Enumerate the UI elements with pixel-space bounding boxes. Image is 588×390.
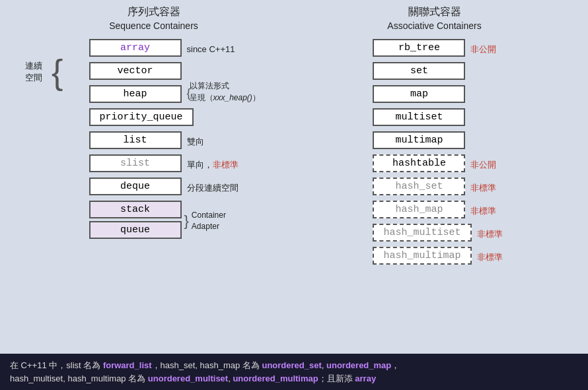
associative-area: rb_tree 非公開 set map multiset multimap [294, 36, 581, 350]
hash-map-row: hash_map 非標準 [373, 201, 502, 221]
continuous-space-label: 連續 空間 [25, 60, 42, 84]
heap-row: heap 以算法形式 呈現（xxx_heap()） { [89, 85, 182, 106]
hashtable-box: hashtable [373, 154, 465, 172]
bottom-note: 在 C++11 中，slist 名為 forward_list，hash_set… [0, 354, 588, 390]
associative-title-en: Associative Containers [294, 20, 575, 31]
list-box: list [89, 131, 182, 149]
array-box: array [89, 39, 182, 57]
map-box: map [373, 85, 465, 103]
hash-multiset-row: hash_multiset 非標準 [373, 224, 502, 244]
list-label: 雙向 [187, 136, 204, 148]
rb-tree-label: 非公開 [470, 44, 496, 55]
queue-box: queue [89, 221, 182, 239]
sequence-title-zh: 序列式容器 [13, 5, 294, 19]
hash-set-label: 非標準 [470, 182, 496, 194]
hash-set-box: hash_set [373, 178, 465, 195]
sequence-area: 連續 空間 { array since C++11 vector heap [7, 36, 294, 350]
adapter-brace: } [184, 214, 189, 228]
priority-queue-box: priority_queue [89, 108, 194, 126]
sequence-title-en: Sequence Containers [13, 20, 294, 31]
hash-multiset-label: 非標準 [477, 228, 503, 240]
slist-label: 單向，非標準 [187, 159, 239, 171]
multiset-row: multiset [373, 108, 502, 129]
rb-tree-box: rb_tree [373, 39, 465, 57]
bottom-note-line1: 在 C++11 中，slist 名為 forward_list，hash_set… [10, 359, 578, 372]
set-row: set [373, 62, 502, 82]
heap-brace: { [187, 86, 191, 100]
hash-set-row: hash_set 非標準 [373, 178, 502, 198]
hash-multimap-row: hash_multimap 非標準 [373, 247, 502, 267]
hash-multimap-label: 非標準 [477, 251, 503, 263]
adapter-boxes: stack queue [89, 201, 182, 242]
deque-row: deque 分段連續空間 [89, 178, 239, 198]
multiset-box: multiset [373, 108, 465, 126]
deque-box: deque [89, 178, 182, 195]
deque-label: 分段連續空間 [187, 182, 239, 194]
hashtable-label: 非公開 [470, 159, 496, 171]
slist-row: slist 單向，非標準 [89, 154, 239, 175]
list-row: list 雙向 [89, 131, 239, 152]
columns-area: 連續 空間 { array since C++11 vector heap [0, 36, 588, 354]
stack-box: stack [89, 201, 182, 218]
hash-map-label: 非標準 [470, 205, 496, 217]
heap-box: heap [89, 85, 182, 103]
stack-row: stack queue } ContainerAdapter [89, 201, 226, 242]
slist-box: slist [89, 154, 182, 172]
rb-tree-row: rb_tree 非公開 [373, 39, 502, 59]
bottom-note-line2: hash_multiset, hash_multimap 名為 unordere… [10, 372, 578, 385]
map-row: map [373, 85, 502, 106]
vector-box: vector [89, 62, 182, 80]
associative-header: 關聯式容器 Associative Containers [294, 5, 575, 36]
adapter-label: ContainerAdapter [192, 210, 226, 232]
multimap-box: multimap [373, 131, 465, 149]
hash-multiset-box: hash_multiset [373, 224, 471, 242]
sequence-header: 序列式容器 Sequence Containers [13, 5, 294, 36]
array-label: since C++11 [187, 44, 235, 54]
array-row: array since C++11 [89, 39, 239, 59]
bracket-symbol: { [52, 55, 63, 89]
priority-queue-row: priority_queue [89, 108, 239, 129]
sequence-items: array since C++11 vector heap 以算法形式 呈現（x… [89, 36, 239, 350]
associative-title-zh: 關聯式容器 [294, 5, 575, 19]
set-box: set [373, 62, 465, 80]
multimap-row: multimap [373, 131, 502, 152]
hash-map-box: hash_map [373, 201, 465, 218]
hash-multimap-box: hash_multimap [373, 247, 471, 265]
heap-annotation: 以算法形式 呈現（xxx_heap()） [190, 80, 260, 104]
main-container: 序列式容器 Sequence Containers 關聯式容器 Associat… [0, 0, 588, 390]
associative-items: rb_tree 非公開 set map multiset multimap [373, 36, 502, 350]
hashtable-row: hashtable 非公開 [373, 154, 502, 175]
section-headers: 序列式容器 Sequence Containers 關聯式容器 Associat… [0, 0, 588, 36]
